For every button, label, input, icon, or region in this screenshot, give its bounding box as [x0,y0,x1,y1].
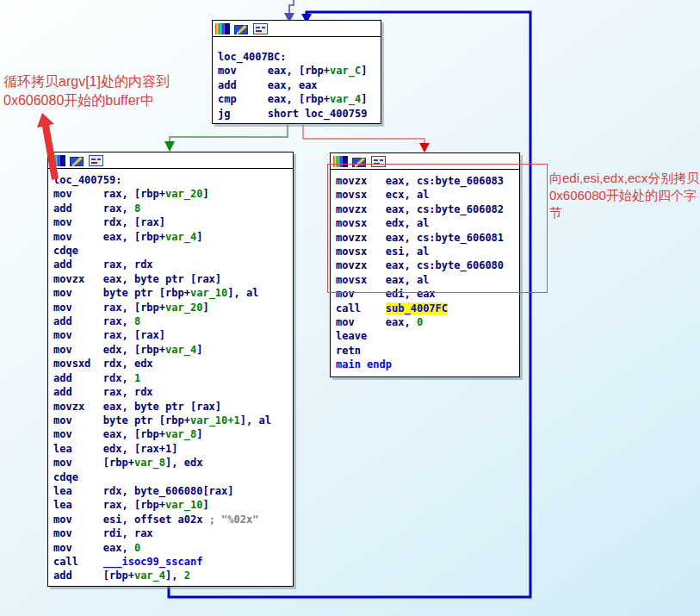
asm-line[interactable]: mov eax, [rbp+var_8] [53,427,288,441]
asm-block-loc-4007BC: loc_4007BC:mov eax, [rbp+var_C]add eax, … [213,37,381,121]
asm-line[interactable]: mov eax, 0 [336,315,515,329]
asm-line[interactable]: movzx eax, byte ptr [rax] [53,400,288,414]
asm-line[interactable]: cmp eax, [rbp+var_4] [218,92,376,106]
node-titlebar[interactable] [48,152,293,169]
highlight-rect [327,164,548,293]
left-annotation-line2: 0x606080开始的buffer中 [3,91,170,110]
asm-line[interactable]: call ___isoc99_sscanf [53,555,288,569]
asm-line[interactable]: movsxd rdx, edx [53,357,288,370]
asm-line[interactable]: cdqe [53,244,288,258]
asm-line[interactable]: lea rdx, byte_606080[rax] [53,484,288,498]
asm-line[interactable]: lea rax, [rbp+var_10] [53,498,288,512]
node-frame-icon[interactable] [89,155,103,166]
node-edit-icon[interactable] [234,23,249,34]
asm-line[interactable]: movzx eax, byte ptr [rax] [53,272,288,286]
asm-block-loc-400759: loc_400759:mov rax, [rbp+var_20]add rax,… [48,169,293,583]
asm-line[interactable]: mov [rbp+var_8], edx [53,456,288,470]
asm-line[interactable]: add rdx, 1 [53,371,288,385]
left-annotation: 循环拷贝argv[1]处的内容到 0x606080开始的buffer中 [3,72,170,110]
asm-line[interactable]: mov eax, [rbp+var_4] [53,230,288,244]
asm-line[interactable]: leave [336,329,515,343]
asm-line[interactable]: mov rax, [rbp+var_20] [53,301,288,314]
asm-line[interactable]: add rax, rdx [53,385,288,399]
asm-line[interactable]: add [rbp+var_4], 2 [53,569,288,582]
asm-line[interactable]: add rax, rdx [53,258,288,271]
asm-line[interactable]: mov rdx, [rax] [53,215,288,229]
asm-line[interactable]: lea edx, [rax+1] [53,442,288,456]
asm-line[interactable]: add rax, 8 [53,202,288,215]
asm-line[interactable]: loc_4007BC: [218,50,376,64]
asm-line[interactable]: loc_400759: [53,173,288,187]
asm-line[interactable]: retn [336,344,515,358]
edge-true-green [164,125,288,152]
left-annotation-line1: 循环拷贝argv[1]处的内容到 [3,72,170,91]
asm-line[interactable]: mov rax, [rax] [53,328,288,342]
asm-line[interactable]: mov byte ptr [rbp+var_10+1], al [53,414,288,427]
right-annotation: 向edi,esi,edx,ecx分别拷贝0x606080开始处的四个字节 [549,170,700,221]
asm-line[interactable]: mov rax, [rbp+var_20] [53,187,288,201]
node-color-icon[interactable] [215,23,230,34]
asm-line[interactable]: add eax, eax [218,78,376,92]
node-frame-icon[interactable] [253,23,268,34]
node-edit-icon[interactable] [70,155,84,166]
asm-line[interactable]: mov esi, offset a02x ; "%02x" [53,513,288,526]
asm-line[interactable]: mov rdi, rax [53,526,288,540]
asm-line[interactable]: cdqe [53,470,288,484]
asm-line[interactable]: mov eax, 0 [53,541,288,555]
node-titlebar[interactable] [213,21,381,37]
asm-line[interactable]: mov byte ptr [rbp+var_10], al [53,286,288,300]
asm-line[interactable]: main endp [336,358,515,371]
asm-line[interactable]: add rax, 8 [53,314,288,328]
node-color-icon[interactable] [51,155,65,166]
asm-line[interactable]: mov eax, [rbp+var_C] [218,64,376,78]
edge-false-red [303,125,430,152]
node-loc-4007BC[interactable]: loc_4007BC:mov eax, [rbp+var_C]add eax, … [212,20,381,124]
asm-line[interactable]: call sub_4007FC [336,302,515,315]
asm-line[interactable]: jg short loc_400759 [218,107,376,121]
node-loc-400759[interactable]: loc_400759:mov rax, [rbp+var_20]add rax,… [47,152,294,587]
asm-line[interactable]: mov edx, [rbp+var_4] [53,343,288,357]
